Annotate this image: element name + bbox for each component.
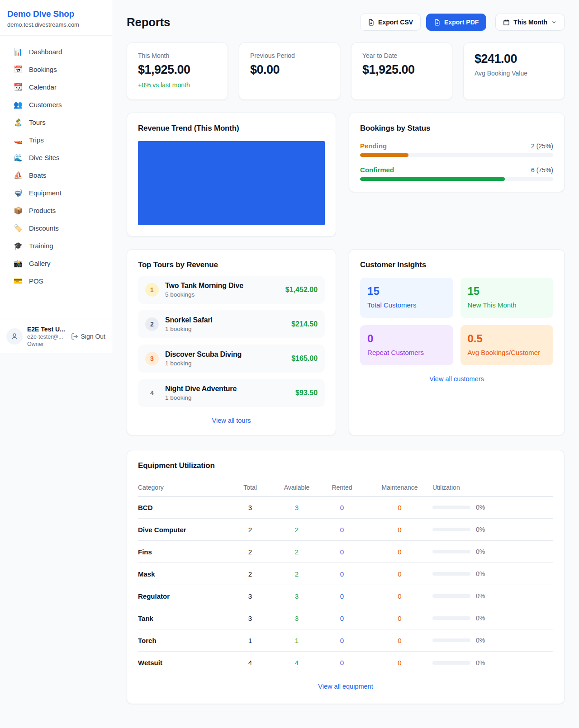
tag-icon: 🏷️ — [14, 225, 23, 232]
sidebar-item-dive-sites[interactable]: 🌊 Dive Sites — [0, 149, 112, 166]
speedboat-icon: 🚤 — [14, 137, 23, 144]
table-row: BCD 3 3 0 0 0% — [138, 496, 553, 519]
stat-value: $0.00 — [250, 63, 329, 77]
tour-row: 3 Discover Scuba Diving 1 booking $165.0… — [138, 345, 325, 373]
sailboat-icon: ⛵ — [14, 172, 23, 179]
insights-row: Top Tours by Revenue 1 Two Tank Morning … — [127, 249, 565, 435]
sidebar-item-gallery[interactable]: 📸 Gallery — [0, 255, 112, 272]
file-download-icon — [368, 19, 375, 26]
stat-cards: This Month $1,925.00 +0% vs last month P… — [127, 43, 565, 100]
tour-row: 1 Two Tank Morning Dive 5 bookings $1,45… — [138, 276, 325, 304]
revenue-trend-title: Revenue Trend (This Month) — [138, 124, 325, 133]
file-download-icon — [434, 19, 441, 26]
sidebar-item-equipment[interactable]: 🤿 Equipment — [0, 184, 112, 202]
credit-card-icon: 💳 — [14, 278, 23, 285]
confirmed-progress-track — [360, 177, 553, 181]
stat-this-month: This Month $1,925.00 +0% vs last month — [127, 43, 228, 100]
page-header: Reports Export CSV Export PDF This Month — [127, 14, 565, 31]
sidebar-item-calendar[interactable]: 📆 Calendar — [0, 78, 112, 96]
brand: Demo Dive Shop demo.test.divestreams.com — [0, 0, 112, 36]
stat-delta: +0% vs last month — [138, 81, 217, 89]
charts-row: Revenue Trend (This Month) Bookings by S… — [127, 113, 565, 236]
dashboard-icon: 📊 — [14, 48, 23, 56]
logout-icon — [71, 333, 78, 340]
pending-progress-track — [360, 153, 553, 157]
export-pdf-button[interactable]: Export PDF — [426, 14, 486, 31]
table-row: Tank 3 3 0 0 0% — [138, 607, 553, 629]
status-pending: Pending 2 (25%) — [360, 142, 553, 157]
insight-new-this-month: 15 New This Month — [460, 278, 553, 318]
stat-value: $1,925.00 — [362, 63, 441, 77]
package-icon: 📦 — [14, 207, 23, 214]
utilization-bar — [432, 572, 470, 576]
user-name: E2E Test U... — [27, 326, 65, 333]
insight-total-customers: 15 Total Customers — [360, 278, 453, 318]
view-all-equipment-link[interactable]: View all equipment — [138, 683, 553, 690]
sidebar-item-bookings[interactable]: 📅 Bookings — [0, 61, 112, 78]
shop-name: Demo Dive Shop — [7, 9, 101, 19]
utilization-bar — [432, 594, 470, 598]
tour-row: 2 Snorkel Safari 1 booking $214.50 — [138, 310, 325, 338]
view-all-tours-link[interactable]: View all tours — [138, 417, 325, 424]
sidebar-item-pos[interactable]: 💳 POS — [0, 272, 112, 290]
revenue-trend-card: Revenue Trend (This Month) — [127, 113, 336, 236]
sidebar-item-dashboard[interactable]: 📊 Dashboard — [0, 43, 112, 61]
utilization-bar — [432, 528, 470, 531]
utilization-bar — [432, 550, 470, 553]
customer-insights-card: Customer Insights 15 Total Customers 15 … — [349, 249, 565, 435]
chevron-down-icon — [551, 19, 557, 25]
sidebar-nav: 📊 Dashboard 📅 Bookings 📆 Calendar 👥 Cust… — [0, 36, 112, 320]
rank-badge: 2 — [145, 317, 159, 331]
revenue-trend-chart — [138, 141, 325, 225]
stat-value: $1,925.00 — [138, 63, 217, 77]
sidebar-item-trips[interactable]: 🚤 Trips — [0, 131, 112, 149]
user-role: Owner — [27, 341, 65, 347]
wave-icon: 🌊 — [14, 154, 23, 161]
header-actions: Export CSV Export PDF This Month — [360, 14, 565, 31]
table-header-row: Category Total Available Rented Maintena… — [138, 478, 553, 496]
avatar — [6, 328, 23, 345]
sidebar: Demo Dive Shop demo.test.divestreams.com… — [0, 0, 112, 353]
rank-badge: 4 — [145, 386, 159, 400]
utilization-bar — [432, 616, 470, 620]
island-icon: 🏝️ — [14, 119, 23, 126]
user-email: e2e-tester@... — [27, 334, 65, 340]
stat-year-to-date: Year to Date $1,925.00 — [351, 43, 452, 100]
utilization-bar — [432, 638, 470, 642]
rank-badge: 3 — [145, 352, 159, 365]
sidebar-item-boats[interactable]: ⛵ Boats — [0, 166, 112, 184]
person-icon — [10, 332, 19, 340]
export-csv-button[interactable]: Export CSV — [360, 14, 421, 31]
sidebar-item-customers[interactable]: 👥 Customers — [0, 96, 112, 113]
user-info: E2E Test U... e2e-tester@... Owner — [27, 326, 65, 347]
period-dropdown[interactable]: This Month — [495, 14, 565, 31]
bookings-calendar-icon: 📅 — [14, 66, 23, 73]
sidebar-item-tours[interactable]: 🏝️ Tours — [0, 113, 112, 131]
table-row: Wetsuit 4 4 0 0 0% — [138, 652, 553, 674]
insight-avg-bookings: 0.5 Avg Bookings/Customer — [460, 325, 553, 365]
top-tours-card: Top Tours by Revenue 1 Two Tank Morning … — [127, 249, 336, 435]
utilization-bar — [432, 661, 470, 665]
main-content: Reports Export CSV Export PDF This Month… — [112, 0, 579, 719]
equipment-utilization-card: Equipment Utilization Category Total Ava… — [127, 450, 565, 704]
table-row: Mask 2 2 0 0 0% — [138, 563, 553, 585]
stat-previous-period: Previous Period $0.00 — [239, 43, 340, 100]
table-row: Regulator 3 3 0 0 0% — [138, 585, 553, 607]
view-all-customers-link[interactable]: View all customers — [360, 375, 553, 383]
sign-out-button[interactable]: Sign Out — [71, 333, 105, 340]
insight-grid: 15 Total Customers 15 New This Month 0 R… — [360, 278, 553, 365]
status-confirmed: Confirmed 6 (75%) — [360, 166, 553, 181]
insight-repeat-customers: 0 Repeat Customers — [360, 325, 453, 365]
sidebar-item-products[interactable]: 📦 Products — [0, 202, 112, 219]
pending-progress-fill — [360, 153, 408, 157]
table-row: Dive Computer 2 2 0 0 0% — [138, 519, 553, 541]
graduation-cap-icon: 🎓 — [14, 242, 23, 250]
sidebar-item-discounts[interactable]: 🏷️ Discounts — [0, 219, 112, 237]
rank-badge: 1 — [145, 283, 159, 297]
utilization-bar — [432, 506, 470, 509]
calendar-outline-icon — [503, 19, 510, 26]
table-row: Fins 2 2 0 0 0% — [138, 541, 553, 563]
confirmed-progress-fill — [360, 177, 505, 181]
sidebar-item-training[interactable]: 🎓 Training — [0, 237, 112, 255]
calendar-icon: 📆 — [14, 84, 23, 91]
